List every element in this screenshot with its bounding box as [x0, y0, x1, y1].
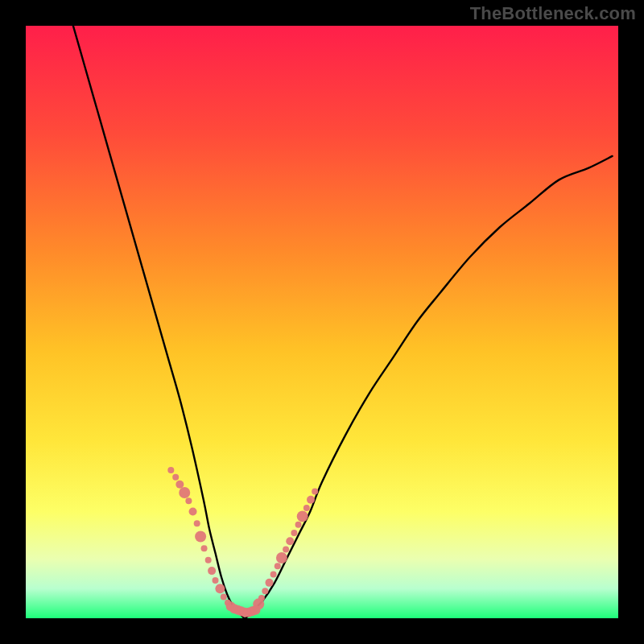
marker-dot: [262, 588, 268, 594]
marker-dot: [185, 497, 192, 504]
marker-dot: [270, 572, 277, 578]
marker-dot: [195, 530, 206, 542]
marker-dot: [297, 510, 308, 522]
marker-dot: [276, 552, 287, 564]
marker-dot: [201, 545, 208, 551]
marker-dot: [295, 522, 302, 528]
marker-dot: [175, 481, 184, 489]
chart-frame: TheBottleneck.com: [0, 0, 644, 644]
marker-dot: [215, 584, 225, 593]
marker-dot: [283, 547, 289, 553]
marker-dot: [258, 595, 265, 601]
marker-dot: [205, 557, 212, 564]
marker-dot: [265, 579, 273, 587]
marker-dot: [286, 537, 294, 545]
marker-dot: [208, 567, 216, 575]
marker-dot: [167, 467, 174, 473]
marker-dot: [213, 577, 219, 584]
marker-dot: [307, 496, 315, 504]
marker-dot: [275, 563, 281, 569]
marker-dot: [172, 474, 179, 481]
watermark-text: TheBottleneck.com: [470, 3, 636, 24]
marker-dot: [179, 487, 190, 498]
gradient-background: [26, 26, 618, 618]
marker-dot: [312, 488, 318, 494]
marker-dot: [194, 520, 200, 526]
marker-dot: [291, 530, 297, 536]
chart-svg: [26, 26, 618, 618]
marker-dot: [303, 505, 310, 511]
marker-dot: [189, 508, 197, 516]
marker-dot: [221, 594, 227, 601]
plot-area: [26, 26, 618, 618]
